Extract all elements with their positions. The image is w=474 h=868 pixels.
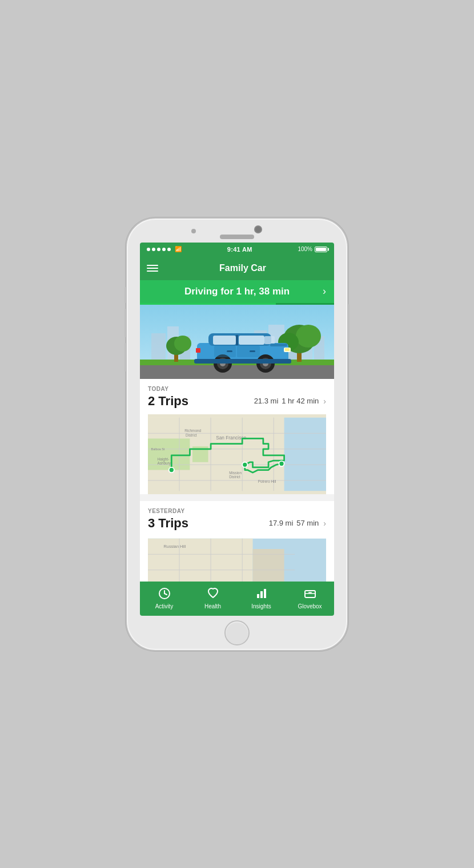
svg-rect-81 bbox=[264, 589, 266, 598]
tab-glovebox[interactable]: Glovebox bbox=[286, 582, 334, 616]
insights-icon bbox=[255, 587, 268, 601]
today-distance: 21.3 mi bbox=[254, 397, 279, 405]
insights-tab-label: Insights bbox=[251, 603, 271, 609]
hamburger-line-3 bbox=[147, 271, 158, 272]
battery-fill bbox=[316, 248, 326, 251]
svg-text:Potrero Hill: Potrero Hill bbox=[258, 479, 276, 483]
tab-health[interactable]: Health bbox=[188, 582, 237, 616]
svg-rect-80 bbox=[260, 591, 263, 598]
wifi-icon: 📶 bbox=[175, 246, 182, 252]
side-buttons-left bbox=[124, 287, 127, 372]
glovebox-icon bbox=[304, 587, 316, 601]
signal-dot-3 bbox=[157, 248, 160, 251]
health-tab-label: Health bbox=[204, 603, 221, 609]
today-duration: 1 hr 42 min bbox=[282, 397, 319, 405]
today-trip-card: TODAY 2 Trips 21.3 mi 1 hr 42 min › bbox=[140, 379, 334, 494]
yesterday-trip-stats[interactable]: 17.9 mi 57 min › bbox=[269, 519, 326, 528]
svg-rect-30 bbox=[196, 348, 200, 353]
menu-button[interactable] bbox=[147, 265, 158, 272]
page-title: Family Car bbox=[158, 263, 327, 273]
svg-text:Richmond: Richmond bbox=[184, 429, 201, 433]
battery-icon bbox=[315, 247, 327, 252]
volume-down-button bbox=[124, 343, 127, 372]
driving-chevron-icon: › bbox=[323, 285, 326, 297]
svg-rect-29 bbox=[285, 348, 290, 351]
activity-tab-label: Activity bbox=[155, 603, 174, 609]
svg-point-64 bbox=[169, 467, 174, 472]
svg-text:Russian Hill: Russian Hill bbox=[164, 544, 186, 549]
yesterday-map[interactable]: Russian Hill bbox=[148, 536, 326, 582]
svg-rect-82 bbox=[305, 591, 315, 597]
svg-rect-44 bbox=[284, 417, 326, 490]
yesterday-trips-count: 3 Trips bbox=[148, 516, 188, 531]
today-trip-row[interactable]: 2 Trips 21.3 mi 1 hr 42 min › bbox=[148, 394, 326, 409]
svg-text:Ashbury: Ashbury bbox=[158, 461, 171, 466]
svg-point-66 bbox=[242, 462, 247, 467]
yesterday-trip-row[interactable]: 3 Trips 17.9 mi 57 min › bbox=[148, 516, 326, 531]
svg-rect-38 bbox=[270, 344, 287, 346]
today-map[interactable]: San Francisco Haight- Ashbury Richmond D… bbox=[148, 414, 326, 494]
home-button[interactable] bbox=[224, 620, 250, 645]
power-button bbox=[347, 304, 350, 344]
driving-status-text: Driving for 1 hr, 38 min bbox=[184, 286, 290, 297]
status-right: 100% bbox=[298, 246, 327, 252]
phone-top-sensors bbox=[127, 219, 347, 243]
svg-rect-42 bbox=[250, 350, 255, 352]
driving-banner[interactable]: Driving for 1 hr, 38 min › bbox=[140, 280, 334, 303]
svg-text:Balboa St: Balboa St bbox=[151, 447, 165, 450]
phone-screen: 📶 9:41 AM 100% Family Car Driving for 1 … bbox=[140, 243, 334, 616]
tab-bar: Activity Health bbox=[140, 582, 334, 616]
today-map-svg: San Francisco Haight- Ashbury Richmond D… bbox=[148, 414, 326, 494]
svg-line-78 bbox=[164, 594, 167, 595]
health-icon bbox=[207, 587, 219, 601]
content-scroll[interactable]: TODAY 2 Trips 21.3 mi 1 hr 42 min › bbox=[140, 379, 334, 582]
yesterday-label: YESTERDAY bbox=[148, 508, 326, 514]
glovebox-tab-label: Glovebox bbox=[298, 603, 322, 609]
activity-icon bbox=[158, 587, 171, 601]
svg-rect-39 bbox=[214, 346, 236, 357]
yesterday-distance: 17.9 mi bbox=[269, 519, 294, 527]
svg-text:Mission: Mission bbox=[229, 470, 242, 474]
svg-rect-25 bbox=[239, 336, 264, 345]
svg-text:District: District bbox=[186, 433, 197, 437]
speaker-grille bbox=[220, 235, 254, 239]
svg-point-13 bbox=[174, 336, 191, 352]
today-trips-count: 2 Trips bbox=[148, 394, 188, 409]
car-scene-svg bbox=[140, 305, 334, 379]
today-label: TODAY bbox=[148, 386, 326, 392]
svg-rect-27 bbox=[264, 336, 275, 344]
signal-dot-4 bbox=[162, 248, 166, 251]
svg-point-65 bbox=[279, 461, 284, 466]
car-illustration bbox=[140, 305, 334, 379]
svg-rect-84 bbox=[308, 592, 312, 594]
svg-rect-41 bbox=[227, 350, 232, 352]
status-bar: 📶 9:41 AM 100% bbox=[140, 243, 334, 256]
today-chevron-icon: › bbox=[323, 397, 326, 406]
yesterday-duration: 57 min bbox=[296, 519, 319, 527]
side-buttons-right bbox=[347, 304, 350, 344]
today-trip-stats[interactable]: 21.3 mi 1 hr 42 min › bbox=[254, 397, 326, 406]
tab-insights[interactable]: Insights bbox=[237, 582, 286, 616]
signal-dot-1 bbox=[147, 248, 150, 251]
signal-dot-2 bbox=[152, 248, 155, 251]
yesterday-map-svg: Russian Hill bbox=[148, 536, 326, 582]
sensor-dot bbox=[191, 229, 196, 233]
status-time: 9:41 AM bbox=[227, 246, 252, 253]
svg-rect-40 bbox=[237, 346, 260, 357]
signal-dot-5 bbox=[167, 248, 171, 251]
svg-text:District: District bbox=[229, 475, 240, 479]
mute-button bbox=[124, 287, 127, 303]
status-left: 📶 bbox=[147, 246, 182, 252]
nav-header: Family Car bbox=[140, 256, 334, 280]
svg-rect-26 bbox=[236, 335, 238, 345]
battery-percent: 100% bbox=[298, 246, 312, 252]
hamburger-line-2 bbox=[147, 268, 158, 269]
hamburger-line-1 bbox=[147, 265, 158, 266]
tab-activity[interactable]: Activity bbox=[140, 582, 188, 616]
yesterday-chevron-icon: › bbox=[323, 519, 326, 528]
svg-point-16 bbox=[296, 325, 321, 348]
volume-up-button bbox=[124, 309, 127, 337]
phone-frame: 📶 9:41 AM 100% Family Car Driving for 1 … bbox=[126, 217, 348, 651]
svg-rect-37 bbox=[194, 359, 291, 364]
front-camera bbox=[254, 225, 262, 233]
